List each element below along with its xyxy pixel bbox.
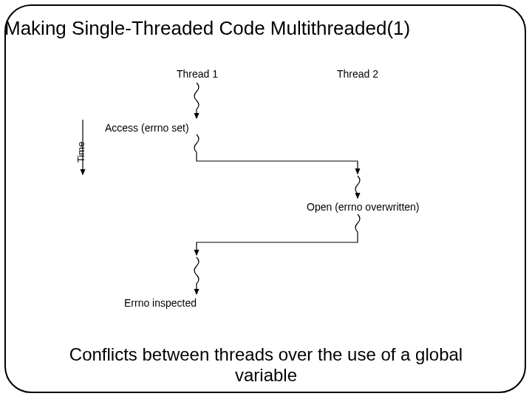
transition-to-thread2: [194, 134, 358, 174]
transition-to-thread1: [197, 214, 360, 255]
thread1-to-inspected-squiggle: [194, 257, 199, 294]
thread2-to-open-squiggle: [355, 176, 360, 198]
thread1-start-squiggle: [194, 83, 199, 118]
thread-diagram: [0, 0, 532, 399]
